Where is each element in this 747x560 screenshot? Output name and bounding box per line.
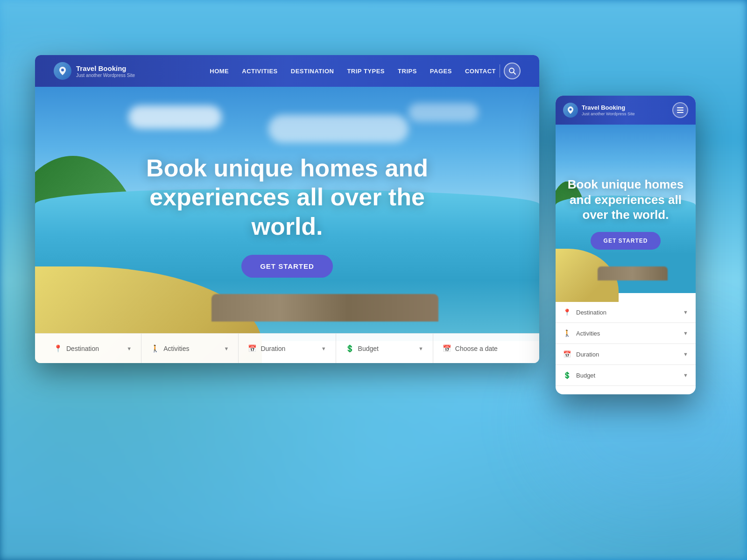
mobile-destination-arrow: ▼ bbox=[683, 309, 688, 315]
budget-label: Budget bbox=[358, 345, 379, 352]
nav-item-activities[interactable]: ACTIVITIES bbox=[242, 67, 278, 75]
mobile-hero-title: Book unique homes and experiences all ov… bbox=[565, 177, 686, 223]
mobile-navbar: Travel Booking Just another Wordpress Si… bbox=[556, 96, 696, 125]
destination-field[interactable]: 📍 Destination ▼ bbox=[44, 334, 141, 363]
budget-field[interactable]: 💲 Budget ▼ bbox=[336, 334, 433, 363]
mobile-destination-field[interactable]: 📍 Destination ▼ bbox=[556, 302, 696, 323]
date-field[interactable]: 📅 Choose a date bbox=[433, 334, 530, 363]
mobile-budget-icon: 💲 bbox=[563, 371, 571, 379]
mobile-duration-arrow: ▼ bbox=[683, 351, 688, 357]
mobile-logo-text: Travel Booking Just another Wordpress Si… bbox=[582, 104, 634, 116]
nav-item-home[interactable]: HOME bbox=[210, 67, 229, 75]
get-started-button[interactable]: GET STARTED bbox=[241, 255, 333, 278]
mobile-menu-button[interactable] bbox=[672, 102, 688, 118]
desktop-logo[interactable]: Travel Booking Just another Wordpress Si… bbox=[54, 62, 135, 80]
nav-item-trip-types[interactable]: TRIP TYPES bbox=[347, 67, 385, 75]
budget-icon: 💲 bbox=[345, 344, 354, 353]
mobile-destination-label: Destination bbox=[576, 309, 683, 316]
duration-label: Duration bbox=[261, 345, 285, 352]
mobile-duration-field[interactable]: 📅 Duration ▼ bbox=[556, 344, 696, 365]
duration-arrow: ▼ bbox=[321, 346, 326, 351]
mobile-budget-field[interactable]: 💲 Budget ▼ bbox=[556, 365, 696, 386]
budget-arrow: ▼ bbox=[418, 346, 423, 351]
desktop-hero: Book unique homes and experiences all ov… bbox=[35, 87, 539, 363]
mobile-search-panel: 📍 Destination ▼ 🚶 Activities ▼ 📅 Duratio… bbox=[556, 302, 696, 386]
duration-field[interactable]: 📅 Duration ▼ bbox=[239, 334, 336, 363]
mobile-activities-field[interactable]: 🚶 Activities ▼ bbox=[556, 323, 696, 344]
mobile-budget-label: Budget bbox=[576, 372, 683, 379]
desktop-mockup: Travel Booking Just another Wordpress Si… bbox=[35, 55, 539, 363]
activities-arrow: ▼ bbox=[224, 346, 229, 351]
nav-item-pages[interactable]: PAGES bbox=[430, 67, 452, 75]
mobile-mockup: Travel Booking Just another Wordpress Si… bbox=[556, 96, 696, 394]
logo-icon bbox=[54, 62, 71, 80]
desktop-nav-links: HOME ACTIVITIES DESTINATION TRIP TYPES T… bbox=[210, 67, 496, 75]
nav-item-contact[interactable]: CONTACT bbox=[465, 67, 496, 75]
destination-label: Destination bbox=[66, 345, 99, 352]
mobile-logo-icon bbox=[563, 103, 578, 118]
date-icon: 📅 bbox=[443, 344, 451, 353]
mobile-hero: Book unique homes and experiences all ov… bbox=[556, 125, 696, 302]
mobile-duration-label: Duration bbox=[576, 351, 683, 358]
svg-line-2 bbox=[514, 72, 515, 74]
activities-label: Activities bbox=[163, 345, 189, 352]
desktop-navbar: Travel Booking Just another Wordpress Si… bbox=[35, 55, 539, 87]
svg-point-0 bbox=[61, 69, 64, 71]
hamburger-icon bbox=[677, 107, 684, 113]
activities-field[interactable]: 🚶 Activities ▼ bbox=[141, 334, 239, 363]
destination-icon: 📍 bbox=[54, 344, 63, 353]
duration-icon: 📅 bbox=[248, 344, 257, 353]
activities-icon: 🚶 bbox=[151, 344, 160, 353]
nav-item-destination[interactable]: DESTINATION bbox=[291, 67, 334, 75]
mobile-logo[interactable]: Travel Booking Just another Wordpress Si… bbox=[563, 103, 634, 118]
mobile-hero-content: Book unique homes and experiences all ov… bbox=[556, 125, 696, 302]
mobile-activities-label: Activities bbox=[576, 330, 683, 337]
nav-divider bbox=[500, 64, 500, 77]
mobile-destination-icon: 📍 bbox=[563, 308, 571, 316]
mobile-activities-icon: 🚶 bbox=[563, 329, 571, 337]
search-bar: 📍 Destination ▼ 🚶 Activities ▼ 📅 Duratio… bbox=[35, 333, 539, 363]
logo-text: Travel Booking Just another Wordpress Si… bbox=[76, 64, 135, 78]
mobile-budget-arrow: ▼ bbox=[683, 372, 688, 378]
mobile-get-started-button[interactable]: GET STARTED bbox=[591, 232, 661, 250]
mobile-activities-arrow: ▼ bbox=[683, 330, 688, 336]
desktop-hero-content: Book unique homes and experiences all ov… bbox=[35, 87, 539, 363]
search-button[interactable] bbox=[504, 63, 521, 79]
hero-title: Book unique homes and experiences all ov… bbox=[128, 154, 446, 241]
nav-item-trips[interactable]: TRIPS bbox=[398, 67, 417, 75]
destination-arrow: ▼ bbox=[127, 346, 132, 351]
mobile-duration-icon: 📅 bbox=[563, 350, 571, 358]
svg-point-3 bbox=[570, 108, 572, 111]
date-label: Choose a date bbox=[455, 345, 498, 352]
